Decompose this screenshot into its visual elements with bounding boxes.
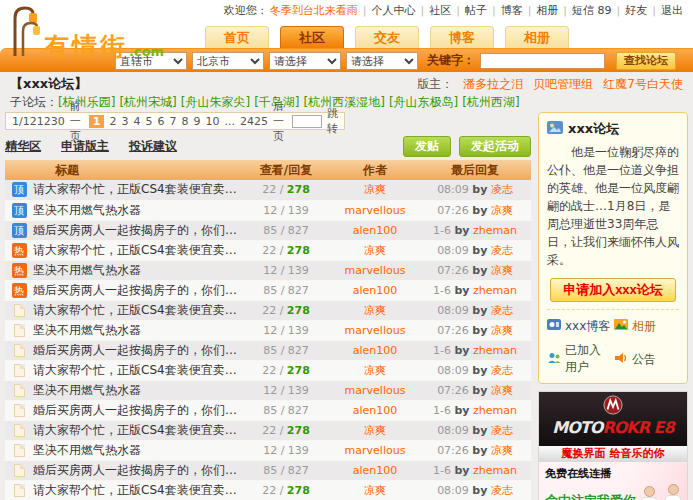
topic-title-link[interactable]: 婚后买房两人一起按揭房子的，你们会不会写上老婆的名字？	[33, 463, 241, 477]
topic-title-link[interactable]: 坚决不用燃气热水器	[33, 443, 141, 457]
subforum-link[interactable]: [杭州乐园]	[58, 95, 115, 109]
last-replier-link[interactable]: 凌志	[491, 424, 513, 437]
topic-title-link[interactable]: 婚后买房两人一起按揭房子的，你们会不会写上老婆的名字？	[33, 283, 241, 297]
keyword-input[interactable]	[480, 53, 605, 69]
nav-tab[interactable]: 相册	[505, 26, 569, 48]
topbar-link[interactable]: 退出	[661, 4, 683, 17]
topic-author-link[interactable]: marvellous	[345, 264, 406, 277]
last-replier-link[interactable]: zheman	[473, 284, 517, 297]
subforum-link[interactable]: [舟山东极岛]	[389, 95, 458, 109]
motorola-ad-banner[interactable]: MOTOROKR E8 魔换界面 给音乐的你 免费在线连播 命中注定我爱你	[538, 391, 688, 500]
drama-promo-image[interactable]: 免费在线连播 命中注定我爱你	[539, 462, 687, 500]
next-page-link[interactable]: 后一页	[273, 99, 287, 144]
topic-author-link[interactable]: 凉爽	[364, 244, 386, 257]
topic-author-link[interactable]: 凉爽	[364, 484, 386, 497]
page-link[interactable]: 5	[145, 115, 152, 128]
topic-author-link[interactable]: alen100	[353, 464, 398, 477]
topic-author-link[interactable]: alen100	[353, 284, 398, 297]
nav-tab[interactable]: 交友	[355, 26, 419, 48]
subforum-link[interactable]: [杭州西湖]	[462, 95, 519, 109]
sidebar-link-members[interactable]: 已加入用户	[547, 342, 612, 376]
topic-author-link[interactable]: alen100	[353, 404, 398, 417]
last-replier-link[interactable]: zheman	[473, 224, 517, 237]
region-select[interactable]: 请选择	[269, 52, 341, 70]
topic-author-link[interactable]: marvellous	[345, 444, 406, 457]
topic-title-link[interactable]: 婚后买房两人一起按揭房子的，你们会不会写上老婆的名字？	[33, 403, 241, 417]
region-select[interactable]: 北京市	[192, 52, 264, 70]
new-post-button[interactable]: 发贴	[403, 136, 451, 157]
username-link[interactable]: 冬季到台北来看雨	[270, 3, 358, 18]
page-link[interactable]: 9	[193, 115, 200, 128]
moderator-link[interactable]: 贝吧管理组	[533, 77, 593, 91]
last-replier-link[interactable]: 凉爽	[491, 384, 513, 397]
topic-author-link[interactable]: marvellous	[345, 384, 406, 397]
subforum-link[interactable]: [舟山朱家尖]	[181, 95, 250, 109]
last-replier-link[interactable]: 凉爽	[491, 204, 513, 217]
subforum-link[interactable]: [杭州西溪湿地]	[304, 95, 385, 109]
last-replier-link[interactable]: 凉爽	[491, 444, 513, 457]
last-replier-link[interactable]: 凌志	[491, 244, 513, 257]
last-replier-link[interactable]: 凌志	[491, 484, 513, 497]
topic-title-link[interactable]: 坚决不用燃气热水器	[33, 383, 141, 397]
topic-title-link[interactable]: 请大家帮个忙，正版CS4套装便宜卖给需要的公司和个人	[33, 483, 241, 497]
last-replier-link[interactable]: 凌志	[491, 183, 513, 196]
page-link[interactable]: 8	[181, 115, 188, 128]
page-link[interactable]: 3	[121, 115, 128, 128]
region-select[interactable]: 请选择	[346, 52, 418, 70]
topic-title-link[interactable]: 坚决不用燃气热水器	[33, 263, 141, 277]
page-link[interactable]: 2	[109, 115, 116, 128]
page-link[interactable]: 10	[205, 115, 219, 128]
topic-author-link[interactable]: 凉爽	[364, 183, 386, 196]
page-link[interactable]: 4	[133, 115, 140, 128]
last-replier-link[interactable]: 凌志	[491, 304, 513, 317]
topic-author-link[interactable]: 凉爽	[364, 304, 386, 317]
topic-title-link[interactable]: 请大家帮个忙，正版CS4套装便宜卖给需要的公司和个人	[33, 303, 241, 317]
page-jump-link[interactable]: 跳转	[327, 106, 338, 136]
topbar-link[interactable]: 帖子	[465, 4, 487, 17]
page-link[interactable]: 6	[157, 115, 164, 128]
topic-author-link[interactable]: marvellous	[345, 204, 406, 217]
toolbar-link[interactable]: 精华区	[5, 139, 41, 153]
last-replier-link[interactable]: zheman	[473, 464, 517, 477]
topic-author-link[interactable]: 凉爽	[364, 424, 386, 437]
topic-title-link[interactable]: 婚后买房两人一起按揭房子的，你们会不会写上老婆的名字？	[33, 343, 241, 357]
sidebar-link-album[interactable]: 相册	[614, 318, 679, 335]
last-replier-link[interactable]: zheman	[473, 344, 517, 357]
sidebar-link-blog[interactable]: xxx博客	[547, 318, 612, 335]
page-link[interactable]: 7	[169, 115, 176, 128]
new-activity-button[interactable]: 发起活动	[459, 136, 531, 157]
sidebar-link-announcements[interactable]: 公告	[614, 342, 679, 376]
nav-tab[interactable]: 博客	[430, 26, 494, 48]
topbar-link[interactable]: 好友	[625, 4, 647, 17]
toolbar-link[interactable]: 投诉建议	[129, 139, 177, 153]
join-forum-button[interactable]: 申请加入xxx论坛	[550, 278, 675, 302]
nav-tab[interactable]: 社区	[280, 26, 344, 48]
topic-author-link[interactable]: 凉爽	[364, 364, 386, 377]
subforum-link[interactable]: [杭州宋城]	[119, 95, 176, 109]
last-replier-link[interactable]: 凉爽	[491, 324, 513, 337]
moderator-link[interactable]: 红魔7号白天使	[603, 77, 683, 91]
moderator-link[interactable]: 潘多拉之泪	[463, 77, 523, 91]
last-replier-link[interactable]: 凉爽	[491, 264, 513, 277]
topic-author-link[interactable]: marvellous	[345, 324, 406, 337]
topic-title-link[interactable]: 请大家帮个忙，正版CS4套装便宜卖给需要的公司和个人	[33, 243, 241, 257]
topic-author-link[interactable]: alen100	[353, 224, 398, 237]
last-page-link[interactable]: 2425	[240, 115, 268, 128]
page-jump-input[interactable]	[292, 115, 322, 128]
topic-title-link[interactable]: 坚决不用燃气热水器	[33, 203, 141, 217]
nav-tab[interactable]: 首页	[205, 26, 269, 48]
topic-title-link[interactable]: 请大家帮个忙，正版CS4套装便宜卖给需要的公司和个人	[33, 182, 241, 196]
topbar-link[interactable]: 个人中心	[371, 4, 415, 17]
last-replier-link[interactable]: zheman	[473, 404, 517, 417]
topic-title-link[interactable]: 婚后买房两人一起按揭房子的，你们会不会写上老婆的名字？	[33, 223, 241, 237]
site-logo[interactable]: 有情街 .com	[8, 4, 164, 59]
topic-title-link[interactable]: 坚决不用燃气热水器	[33, 323, 141, 337]
topic-title-link[interactable]: 请大家帮个忙，正版CS4套装便宜卖给需要的公司和个人	[33, 363, 241, 377]
topic-title-link[interactable]: 请大家帮个忙，正版CS4套装便宜卖给需要的公司和个人	[33, 423, 241, 437]
topbar-link[interactable]: 相册	[536, 4, 558, 17]
topbar-link[interactable]: 短信 89	[572, 4, 612, 17]
toolbar-link[interactable]: 申请版主	[61, 139, 109, 153]
topbar-link[interactable]: 博客	[501, 4, 523, 17]
last-replier-link[interactable]: 凌志	[491, 364, 513, 377]
topic-author-link[interactable]: alen100	[353, 344, 398, 357]
